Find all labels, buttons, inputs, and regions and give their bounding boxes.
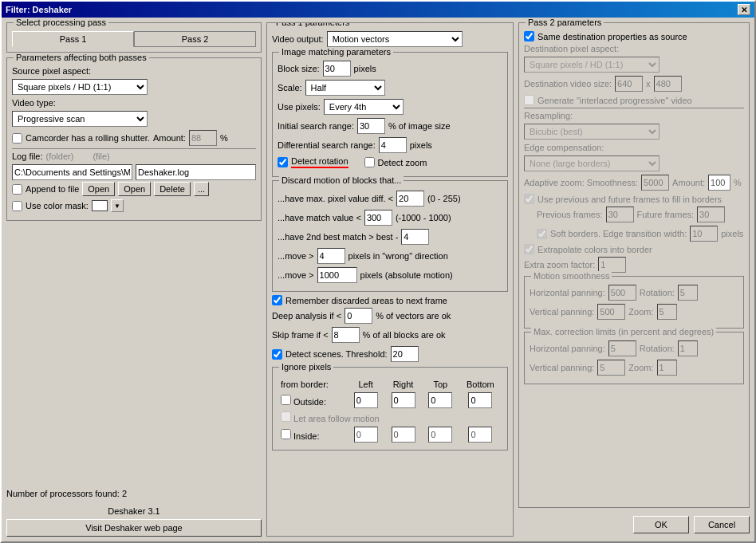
vert-pan-max-label: Vertical panning: [530,363,594,372]
max-pixel-input[interactable] [396,191,424,207]
log-file-header-row: Log file: (folder) (file) [12,151,256,161]
color-mask-swatch [92,200,108,211]
motion-smooth-title: Motion smoothness [531,271,612,281]
outside-top-input[interactable] [428,392,452,408]
skip-frame-input[interactable] [332,327,360,343]
deep-analysis-unit: % of vectors are ok [376,311,451,321]
detect-zoom-label: Detect zoom [378,158,427,167]
move-wrong-input[interactable] [317,248,345,264]
best-match-input[interactable] [401,229,429,245]
deep-analysis-input[interactable] [345,308,372,324]
inside-top-input[interactable] [428,427,452,443]
inside-left-input[interactable] [354,427,378,443]
horiz-pan-input [608,285,636,301]
pass1-params-title: Pass 1 parameters [274,22,352,27]
processing-pass-title: Select processing pass [14,18,108,27]
delete-button[interactable]: Delete [154,182,191,196]
inside-checkbox[interactable] [281,429,291,439]
initial-search-input[interactable] [357,118,385,134]
outside-checkbox[interactable] [281,395,291,405]
detect-rotation-label: Detect rotation [291,156,348,168]
dest-pixel-row: Destination pixel aspect: [524,44,744,53]
rotation-label: Rotation: [640,288,675,297]
source-pixel-row: Source pixel aspect: [12,66,256,76]
outside-bottom-input[interactable] [468,392,492,408]
rolling-shutter-checkbox[interactable] [12,133,22,144]
scale-row: Scale: Half [278,80,502,96]
video-type-select[interactable]: Progressive scan [12,111,148,127]
horiz-pan-max-input [608,340,636,356]
log-filename-input[interactable] [136,164,256,180]
rolling-shutter-amount[interactable]: 88 [189,130,217,146]
detect-rotation-checkbox[interactable] [278,157,288,167]
differential-search-input[interactable] [379,137,407,153]
pass2-params-title: Pass 2 parameters [526,18,604,27]
resampling-label: Resampling: [524,111,573,120]
detect-scenes-checkbox[interactable] [272,349,282,360]
rolling-shutter-label: Camcorder has a rolling shutter. [26,133,150,143]
adaptive-zoom-amount-label: Amount: [672,178,705,187]
title-bar: Filter: Deshaker ✕ [2,2,754,18]
dest-video-x: x [646,79,651,89]
inside-right-input[interactable] [392,427,415,443]
right-col-label: Right [385,379,421,390]
dest-video-height [654,76,682,92]
let-area-label: Let area follow motion [293,414,380,423]
top-col-label: Top [423,379,459,390]
use-pixels-select[interactable]: Every 4th [324,99,404,115]
append-checkbox[interactable] [12,184,22,195]
pass2-button[interactable]: Pass 2 [134,31,256,47]
pass2-params-group: Pass 2 parameters Same destination prope… [518,22,750,508]
more-button[interactable]: ... [194,182,209,196]
visit-button[interactable]: Visit Deshaker web page [6,519,262,537]
detect-zoom-checkbox[interactable] [364,157,375,167]
source-pixel-select[interactable]: Square pixels / HD (1:1) [12,79,148,95]
log-folder-label: (folder) [46,151,74,161]
detect-scenes-input[interactable] [391,346,419,362]
discard-content: ...have max. pixel value diff. < (0 - 25… [278,191,502,283]
video-type-label: Video type: [12,98,56,108]
pass2-params-content: Same destination properties as source De… [524,31,744,384]
inside-bottom-input[interactable] [468,427,492,443]
dest-pixel-label: Destination pixel aspect: [524,44,619,53]
color-mask-label: Use color mask: [26,201,89,211]
detect-scenes-row: Detect scenes. Threshold: [272,346,508,362]
match-value-input[interactable] [364,210,392,226]
open-button1[interactable]: Open [82,182,115,196]
use-prev-row: Use previous and future frames to fill i… [524,194,744,204]
log-path-input[interactable] [12,164,132,180]
same-dest-checkbox[interactable] [524,31,534,41]
block-size-input[interactable] [323,61,351,77]
cancel-button[interactable]: Cancel [694,516,750,533]
log-buttons-row: Append to file Open Open Delete ... [12,182,256,196]
color-mask-checkbox[interactable] [12,201,22,211]
edge-comp-row: Edge compensation: [524,143,744,152]
from-border-label: from border: [279,379,346,390]
remember-checkbox[interactable] [272,295,282,305]
outside-left-input[interactable] [354,392,378,408]
processors-label: Number of processors found: 2 [6,489,127,498]
close-button[interactable]: ✕ [738,4,750,15]
ok-button[interactable]: OK [633,516,689,533]
source-pixel-select-row: Square pixels / HD (1:1) [12,79,256,95]
outside-right-input[interactable] [392,392,415,408]
open-button2[interactable]: Open [118,182,151,196]
soft-borders-input [690,226,718,242]
discard-title: Discard motion of blocks that... [279,175,404,185]
video-output-select[interactable]: Motion vectors [327,31,463,47]
extrapolate-row: Extrapolate colors into border [524,244,744,254]
scale-select[interactable]: Half [305,80,385,96]
image-matching-content: Block size: pixels Scale: Half [278,61,502,168]
extra-zoom-row: Extra zoom factor: [524,257,744,273]
zoom-max-label: Zoom: [628,363,653,372]
left-panel: Select processing pass Pass 1 Pass 2 Par… [6,22,262,537]
same-dest-row: Same destination properties as source [524,31,744,41]
match-range: (-1000 - 1000) [396,213,451,222]
outside-cell: Outside: [279,392,346,409]
color-mask-dropdown[interactable]: ▼ [111,199,124,212]
left-col-label: Left [348,379,384,390]
pass1-button[interactable]: Pass 1 [12,31,134,47]
move-abs-input[interactable] [317,267,357,283]
generate-checkbox [524,95,534,105]
outside-row: Outside: [279,392,501,409]
